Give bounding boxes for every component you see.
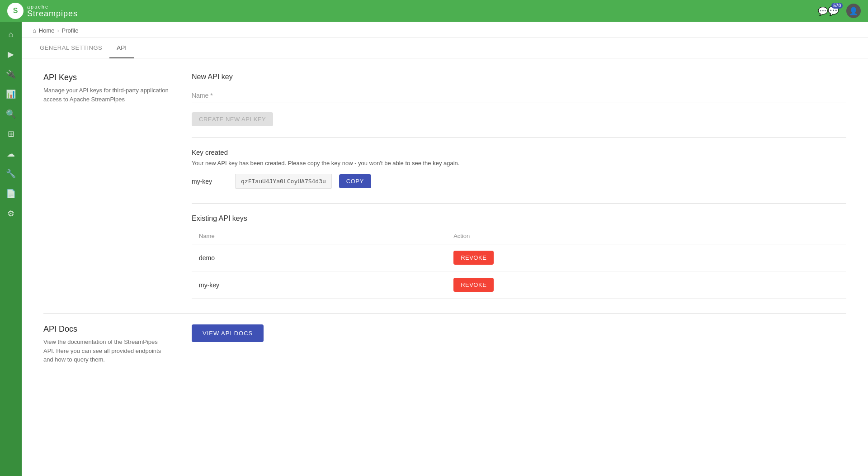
- new-api-key-title: New API key: [192, 73, 846, 81]
- breadcrumb-separator: ›: [57, 28, 59, 34]
- topbar: S apache Streampipes 💬 570 👤: [0, 0, 868, 22]
- sidebar-item-home[interactable]: ⌂: [2, 25, 20, 43]
- notification-button[interactable]: 💬 570: [818, 5, 839, 16]
- cloud-icon: ☁: [7, 149, 15, 159]
- sidebar-item-tools[interactable]: 🔧: [2, 165, 20, 183]
- user-avatar[interactable]: 👤: [846, 4, 861, 18]
- api-docs-right: VIEW API DOCS: [192, 324, 846, 364]
- key-action-cell: REVOKE: [446, 244, 846, 271]
- key-created-section: Key created Your new API key has been cr…: [192, 137, 846, 189]
- api-docs-left: API Docs View the documentation of the S…: [43, 324, 170, 364]
- content-area: ⌂ Home › Profile GENERAL SETTINGS API AP…: [22, 22, 868, 476]
- sidebar-item-dashboard[interactable]: 📊: [2, 85, 20, 103]
- page-content: API Keys Manage your API keys for third-…: [22, 58, 868, 476]
- gear-icon: ⚙: [7, 209, 14, 219]
- existing-keys-section: Existing API keys Name Action demo R: [192, 214, 846, 299]
- home-icon: ⌂: [9, 30, 14, 39]
- api-keys-row: API Keys Manage your API keys for third-…: [43, 73, 846, 299]
- table-row: my-key REVOKE: [192, 271, 846, 299]
- grid-icon: ⊞: [8, 129, 14, 139]
- main-layout: ⌂ ▶ 🔌 📊 🔍 ⊞ ☁ 🔧 📄 ⚙: [0, 22, 868, 476]
- plug-icon: 🔌: [6, 69, 16, 79]
- tab-api[interactable]: API: [109, 38, 134, 58]
- key-display: my-key qzEIauU4JYa0LCoyUA7S4d3u COPY: [192, 174, 846, 189]
- chart-icon: 📊: [6, 89, 16, 99]
- tab-general-settings[interactable]: GENERAL SETTINGS: [33, 38, 109, 58]
- sidebar-item-cloud[interactable]: ☁: [2, 145, 20, 163]
- api-keys-right: New API key CREATE NEW API KEY Key creat…: [192, 73, 846, 299]
- key-name-cell: demo: [192, 244, 446, 271]
- created-key-name: my-key: [192, 178, 228, 185]
- table-row: demo REVOKE: [192, 244, 846, 271]
- sidebar-item-search[interactable]: 🔍: [2, 105, 20, 123]
- user-icon: 👤: [849, 7, 858, 15]
- api-docs-desc: View the documentation of the StreamPipe…: [43, 338, 170, 364]
- created-key-value: qzEIauU4JYa0LCoyUA7S4d3u: [235, 174, 332, 189]
- table-header-row: Name Action: [192, 228, 846, 244]
- api-keys-left: API Keys Manage your API keys for third-…: [43, 73, 170, 299]
- play-icon: ▶: [8, 49, 14, 59]
- sidebar-item-admin[interactable]: ⚙: [2, 205, 20, 223]
- topbar-right: 💬 570 👤: [818, 4, 861, 18]
- existing-keys-title: Existing API keys: [192, 214, 846, 223]
- breadcrumb-home[interactable]: Home: [39, 27, 55, 34]
- sidebar-item-files[interactable]: 📄: [2, 185, 20, 203]
- copy-key-button[interactable]: COPY: [339, 174, 371, 188]
- key-action-cell: REVOKE: [446, 271, 846, 299]
- breadcrumb-current: Profile: [62, 27, 79, 34]
- api-docs-row: API Docs View the documentation of the S…: [43, 324, 846, 364]
- view-api-docs-button[interactable]: VIEW API DOCS: [192, 324, 264, 342]
- notification-badge: 570: [831, 3, 843, 9]
- search-icon: 🔍: [6, 109, 16, 119]
- wrench-icon: 🔧: [6, 169, 16, 179]
- create-api-key-button[interactable]: CREATE NEW API KEY: [192, 112, 273, 126]
- sidebar-item-appstore[interactable]: ⊞: [2, 125, 20, 143]
- api-keys-title: API Keys: [43, 73, 170, 82]
- api-keys-desc: Manage your API keys for third-party app…: [43, 86, 170, 104]
- revoke-button[interactable]: REVOKE: [453, 278, 494, 292]
- name-form-group: [192, 88, 846, 103]
- divider-2: [192, 203, 846, 204]
- divider-1: [192, 137, 846, 138]
- tabs: GENERAL SETTINGS API: [22, 38, 868, 58]
- breadcrumb: ⌂ Home › Profile: [22, 22, 868, 38]
- sidebar-item-connect[interactable]: 🔌: [2, 65, 20, 83]
- key-created-desc: Your new API key has been created. Pleas…: [192, 160, 846, 167]
- logo: S apache Streampipes: [7, 3, 78, 19]
- logo-icon: S: [7, 3, 24, 19]
- api-key-name-input[interactable]: [192, 88, 846, 103]
- file-icon: 📄: [6, 189, 16, 199]
- sidebar: ⌂ ▶ 🔌 📊 🔍 ⊞ ☁ 🔧 📄 ⚙: [0, 22, 22, 476]
- key-name-cell: my-key: [192, 271, 446, 299]
- revoke-button[interactable]: REVOKE: [453, 251, 494, 265]
- logo-text: apache Streampipes: [27, 5, 78, 18]
- home-icon-small: ⌂: [33, 27, 36, 34]
- col-name-header: Name: [192, 228, 446, 244]
- api-docs-title: API Docs: [43, 324, 170, 334]
- col-action-header: Action: [446, 228, 846, 244]
- api-keys-table: Name Action demo REVOKE my-key REVOKE: [192, 228, 846, 299]
- key-created-title: Key created: [192, 148, 846, 156]
- divider-3: [43, 313, 846, 314]
- sidebar-item-pipeline[interactable]: ▶: [2, 45, 20, 63]
